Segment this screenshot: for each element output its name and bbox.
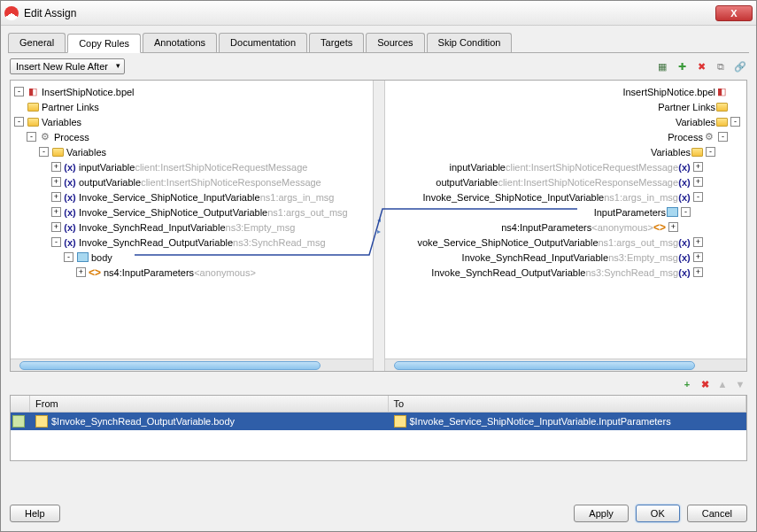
expander-icon[interactable]: -: [14, 87, 24, 96]
col-from[interactable]: From: [30, 396, 389, 412]
tab-targets[interactable]: Targets: [309, 33, 364, 52]
tree-type: ns1:args_in_msg: [260, 192, 335, 203]
expander-icon[interactable]: -: [27, 132, 36, 142]
tree-label: ns4:InputParameters: [104, 267, 194, 278]
target-scrollbar[interactable]: [385, 359, 747, 371]
add-row-icon[interactable]: +: [680, 377, 694, 391]
tree-type: client:InsertShipNoticeRequestMessage: [135, 162, 307, 173]
pane-splitter[interactable]: ◂ ▸: [373, 81, 385, 371]
tree-node[interactable]: +(x)Invoke_SynchRead_InputVariable ns3:E…: [14, 220, 369, 235]
expander-icon[interactable]: -: [51, 237, 61, 247]
expander-icon[interactable]: -: [718, 132, 728, 142]
tab-sources[interactable]: Sources: [366, 33, 424, 52]
tree-label: InsertShipNotice.bpel: [42, 87, 135, 97]
rule-icon: [12, 415, 25, 428]
tree-node[interactable]: -body: [14, 250, 369, 265]
tree-node[interactable]: +(x)inputVariable client:InsertShipNotic…: [14, 159, 369, 174]
expander-icon[interactable]: -: [681, 207, 691, 217]
tree-label: Invoke_Service_ShipNotice_InputVariable: [79, 192, 260, 203]
expander-icon[interactable]: +: [693, 177, 703, 187]
expander-icon[interactable]: -: [706, 147, 715, 157]
calculator-icon[interactable]: ▦: [655, 59, 669, 73]
tree-node[interactable]: Invoke_SynchRead_InputVariable ns3:Empty…: [389, 250, 744, 265]
tree-node[interactable]: voke_Service_ShipNotice_OutputVariable n…: [389, 235, 744, 250]
tab-annotations[interactable]: Annotations: [143, 33, 217, 52]
expander-icon[interactable]: -: [730, 117, 740, 127]
expander-icon[interactable]: +: [668, 222, 678, 232]
tab-documentation[interactable]: Documentation: [219, 33, 307, 52]
expander-icon[interactable]: -: [39, 147, 49, 157]
expander-icon[interactable]: +: [693, 252, 703, 262]
expander-icon[interactable]: +: [693, 162, 703, 172]
tree-node[interactable]: ns4:InputParameters <anonymous> <>+: [389, 220, 744, 235]
tree-type: client:InsertShipNoticeResponseMessage: [141, 177, 321, 188]
tree-label: Process: [668, 132, 703, 143]
tree-node[interactable]: -Variables: [14, 114, 369, 129]
tree-label: Invoke_SynchRead_InputVariable: [79, 222, 226, 233]
expander-icon[interactable]: -: [14, 117, 24, 127]
expander-icon[interactable]: +: [76, 267, 86, 277]
apply-button[interactable]: Apply: [574, 505, 629, 522]
tree-label: inputVariable: [450, 162, 506, 173]
remove-icon[interactable]: ✖: [694, 59, 708, 73]
move-up-icon[interactable]: ▲: [715, 377, 730, 391]
insert-rule-dropdown[interactable]: Insert New Rule After: [10, 58, 125, 74]
tab-general[interactable]: General: [8, 33, 66, 52]
source-tree[interactable]: -◧InsertShipNotice.bpelPartner Links-Var…: [11, 81, 373, 359]
move-down-icon[interactable]: ▼: [733, 377, 747, 391]
expander-icon[interactable]: +: [51, 177, 61, 187]
tree-node[interactable]: Partner Links: [389, 99, 744, 114]
collapse-right-icon[interactable]: ▸: [377, 227, 381, 235]
tree-node[interactable]: Variables -: [389, 114, 744, 129]
expander-icon[interactable]: +: [693, 237, 703, 247]
expander-icon[interactable]: +: [51, 222, 61, 232]
expander-icon[interactable]: +: [51, 162, 61, 172]
target-pane: InsertShipNotice.bpel ◧Partner Links Var…: [385, 81, 747, 371]
table-row[interactable]: $Invoke_SynchRead_OutputVariable.body $I…: [11, 412, 746, 430]
source-scrollbar[interactable]: [11, 359, 373, 371]
tree-node[interactable]: Invoke_SynchRead_OutputVariable ns3:Sync…: [389, 265, 744, 280]
row-actions: + ✖ ▲ ▼: [10, 377, 747, 391]
copy-icon[interactable]: ⧉: [714, 59, 728, 73]
tree-node[interactable]: +(x)outputVariable client:InsertShipNoti…: [14, 174, 369, 189]
tree-node[interactable]: Process ⚙-: [389, 129, 744, 144]
tree-node[interactable]: InputParameters -: [389, 204, 744, 220]
expander-icon[interactable]: +: [51, 207, 61, 217]
tab-skip-condition[interactable]: Skip Condition: [427, 33, 513, 52]
toolbar: Insert New Rule After ▦ ✚ ✖ ⧉ 🔗: [10, 58, 747, 74]
tree-node[interactable]: Invoke_Service_ShipNotice_InputVariable …: [389, 189, 744, 204]
expander-icon[interactable]: +: [51, 192, 61, 202]
tree-node[interactable]: +(x)Invoke_Service_ShipNotice_InputVaria…: [14, 189, 369, 204]
tree-node[interactable]: -⚙Process: [14, 129, 369, 144]
tree-label: Partner Links: [42, 102, 99, 112]
tree-type: ns1:args_out_msg: [267, 207, 348, 218]
expander-icon[interactable]: +: [693, 267, 703, 277]
link-icon[interactable]: 🔗: [733, 59, 747, 73]
tree-node[interactable]: inputVariable client:InsertShipNoticeReq…: [389, 159, 744, 174]
tab-copy-rules[interactable]: Copy Rules: [67, 34, 141, 53]
collapse-left-icon[interactable]: ◂: [377, 216, 381, 224]
expander-icon[interactable]: -: [693, 192, 703, 202]
expander-icon[interactable]: -: [64, 252, 73, 262]
tree-label: Invoke_Service_ShipNotice_InputVariable: [423, 192, 605, 203]
target-tree[interactable]: InsertShipNotice.bpel ◧Partner Links Var…: [385, 81, 747, 359]
delete-row-icon[interactable]: ✖: [698, 377, 712, 391]
tree-node[interactable]: -(x)Invoke_SynchRead_OutputVariable ns3:…: [14, 235, 369, 250]
ok-button[interactable]: OK: [636, 505, 680, 522]
add-variable-icon[interactable]: ✚: [675, 59, 689, 73]
dialog-footer: Help Apply OK Cancel: [1, 496, 756, 531]
tree-label: Variables: [66, 147, 106, 158]
cancel-button[interactable]: Cancel: [687, 505, 747, 522]
tree-node[interactable]: -Variables: [14, 144, 369, 159]
tree-node[interactable]: +(x)Invoke_Service_ShipNotice_OutputVari…: [14, 204, 369, 220]
tree-node[interactable]: Variables -: [389, 144, 744, 159]
tree-node[interactable]: +<>ns4:InputParameters <anonymous>: [14, 265, 369, 280]
tree-node[interactable]: InsertShipNotice.bpel ◧: [389, 84, 744, 99]
col-to[interactable]: To: [389, 396, 747, 412]
tree-node[interactable]: outputVariable client:InsertShipNoticeRe…: [389, 174, 744, 189]
from-value-icon: [35, 415, 48, 428]
tree-node[interactable]: Partner Links: [14, 99, 369, 114]
close-button[interactable]: X: [715, 5, 753, 21]
help-button[interactable]: Help: [10, 505, 60, 522]
tree-node[interactable]: -◧InsertShipNotice.bpel: [14, 84, 369, 99]
